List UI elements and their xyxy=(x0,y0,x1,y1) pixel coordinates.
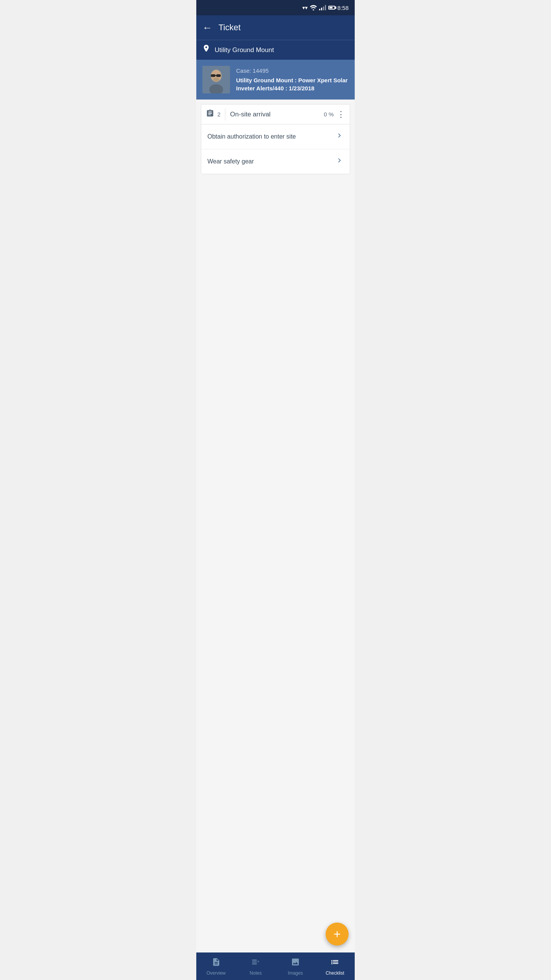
task-header: 2 On-site arrival 0 % ⋮ xyxy=(201,105,350,124)
svg-rect-4 xyxy=(211,74,215,77)
arrow-right-icon xyxy=(335,131,344,142)
case-header: Case: 14495 Utility Ground Mount : Power… xyxy=(196,60,355,100)
more-options-button[interactable]: ⋮ xyxy=(337,109,345,119)
svg-rect-5 xyxy=(216,74,221,77)
overview-label: Overview xyxy=(207,970,226,976)
case-number: Case: 14495 xyxy=(236,67,349,74)
location-pin-icon xyxy=(202,45,210,55)
status-time: 8:58 xyxy=(337,5,349,11)
bottom-nav: Overview Notes Images Checklist xyxy=(196,952,355,980)
case-title: Utility Ground Mount : Power Xpert Solar… xyxy=(236,76,349,92)
task-name: On-site arrival xyxy=(230,111,324,118)
location-label: Utility Ground Mount xyxy=(215,46,274,54)
wifi-icon: ▾▾ xyxy=(302,5,308,11)
task-item-label: Wear safety gear xyxy=(207,158,254,165)
page-title: Ticket xyxy=(218,23,241,33)
notes-label: Notes xyxy=(250,970,262,976)
overview-icon xyxy=(212,957,221,969)
avatar xyxy=(202,66,230,93)
status-icons: ▾▾ 8:58 xyxy=(302,5,349,11)
nav-item-overview[interactable]: Overview xyxy=(196,954,236,979)
task-clipboard-icon xyxy=(206,109,214,120)
checklist-icon xyxy=(330,957,339,969)
nav-item-images[interactable]: Images xyxy=(276,954,315,979)
back-button[interactable]: ← xyxy=(202,23,212,33)
battery-icon xyxy=(328,6,335,10)
nav-item-notes[interactable]: Notes xyxy=(236,954,276,979)
signal-icon xyxy=(319,5,326,10)
svg-point-0 xyxy=(313,9,314,10)
task-progress: 0 % xyxy=(324,111,334,118)
task-icon-wrap: 2 xyxy=(206,109,220,120)
app-bar: ← Ticket xyxy=(196,15,355,40)
main-content: 2 On-site arrival 0 % ⋮ Obtain authoriza… xyxy=(196,100,355,952)
arrow-right-icon xyxy=(335,156,344,167)
task-item[interactable]: Obtain authorization to enter site xyxy=(201,124,350,149)
task-item[interactable]: Wear safety gear xyxy=(201,149,350,174)
task-divider xyxy=(225,108,225,121)
checklist-label: Checklist xyxy=(326,970,344,976)
images-icon xyxy=(291,957,300,969)
nav-item-checklist[interactable]: Checklist xyxy=(315,954,355,979)
status-bar: ▾▾ 8:58 xyxy=(196,0,355,15)
svg-point-8 xyxy=(213,78,219,82)
wifi-icon-svg xyxy=(310,5,317,10)
task-count: 2 xyxy=(217,111,220,118)
task-item-label: Obtain authorization to enter site xyxy=(207,133,296,140)
notes-icon xyxy=(251,957,260,969)
case-info: Case: 14495 Utility Ground Mount : Power… xyxy=(236,67,349,92)
task-section: 2 On-site arrival 0 % ⋮ Obtain authoriza… xyxy=(201,104,350,174)
location-bar: Utility Ground Mount xyxy=(196,40,355,60)
images-label: Images xyxy=(288,970,303,976)
add-button[interactable]: + xyxy=(326,923,349,946)
